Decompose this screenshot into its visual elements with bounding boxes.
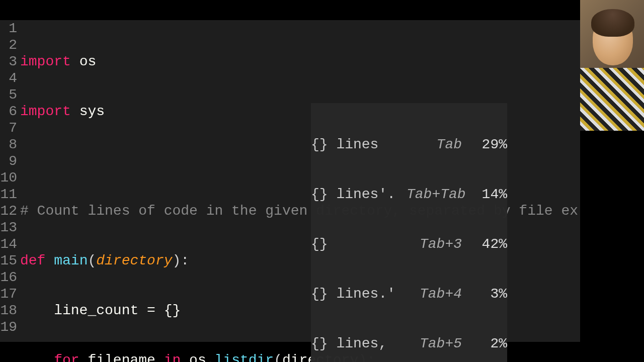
line-number-gutter: 1 2 3 4 5 6 7 8 9 10 11 12 13 14 15 16 1… xyxy=(0,20,20,342)
line-number: 17 xyxy=(0,286,17,302)
suggestion-text: {} xyxy=(311,236,407,252)
suggestion-text: {} lines'. xyxy=(311,186,407,203)
line-number: 11 xyxy=(0,186,17,203)
suggestion-pct: 14% xyxy=(472,186,507,203)
line-number: 16 xyxy=(0,269,17,286)
suggestion-pct: 42% xyxy=(472,236,507,252)
line-number: 2 xyxy=(0,37,17,53)
suggestion-text: {} lines.' xyxy=(311,286,407,302)
line-number: 13 xyxy=(0,219,17,236)
line-number: 12 xyxy=(0,203,17,219)
suggestion-pct: 2% xyxy=(472,335,507,352)
suggestion-item[interactable]: {} lines.' Tab+4 3% xyxy=(311,286,507,302)
suggestion-key: Tab+4 xyxy=(407,286,472,302)
suggestion-key: Tab+3 xyxy=(407,236,472,252)
line-number: 7 xyxy=(0,120,17,136)
suggestion-text: {} lines xyxy=(311,136,407,153)
suggestion-pct: 3% xyxy=(472,286,507,302)
line-number: 19 xyxy=(0,319,17,335)
suggestion-item[interactable]: {} lines'. Tab+Tab 14% xyxy=(311,186,507,203)
suggestion-key: Tab xyxy=(407,136,472,153)
line-number: 1 xyxy=(0,20,17,37)
autocomplete-popup[interactable]: {} lines Tab 29% {} lines'. Tab+Tab 14% … xyxy=(311,103,507,362)
suggestion-item[interactable]: {} lines, Tab+5 2% xyxy=(311,335,507,352)
code-line[interactable]: import os xyxy=(20,53,580,70)
line-number: 5 xyxy=(0,86,17,103)
line-number: 6 xyxy=(0,103,17,120)
line-number: 14 xyxy=(0,236,17,252)
suggestion-text: {} lines, xyxy=(311,335,407,352)
code-area[interactable]: import os import sys # Count lines of co… xyxy=(20,20,580,342)
line-number: 4 xyxy=(0,70,17,86)
line-number: 3 xyxy=(0,53,17,70)
suggestion-pct: 29% xyxy=(472,136,507,153)
line-number: 9 xyxy=(0,153,17,169)
line-number: 18 xyxy=(0,302,17,319)
code-editor[interactable]: 1 2 3 4 5 6 7 8 9 10 11 12 13 14 15 16 1… xyxy=(0,20,580,342)
suggestion-item[interactable]: {} Tab+3 42% xyxy=(311,236,507,252)
line-number: 8 xyxy=(0,136,17,153)
suggestion-key: Tab+Tab xyxy=(407,186,472,203)
webcam-overlay xyxy=(580,0,644,131)
line-number: 15 xyxy=(0,252,17,269)
suggestion-key: Tab+5 xyxy=(407,335,472,352)
line-number: 10 xyxy=(0,169,17,186)
suggestion-item[interactable]: {} lines Tab 29% xyxy=(311,136,507,153)
